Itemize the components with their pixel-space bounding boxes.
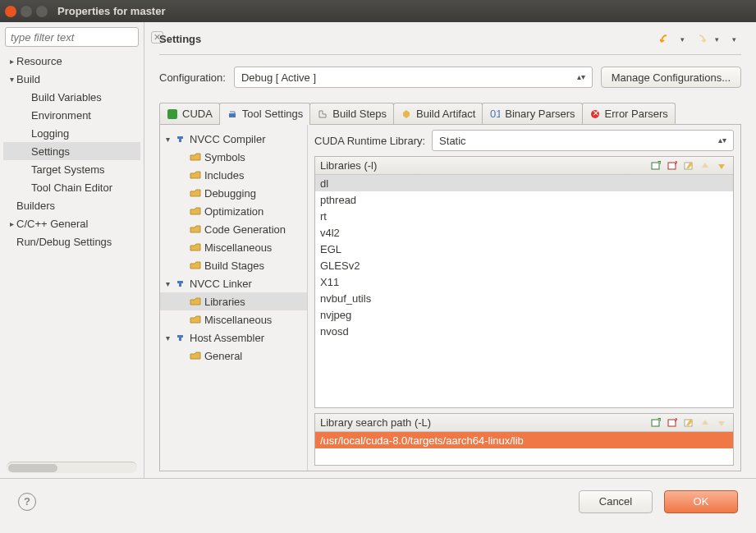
list-item[interactable]: nvbuf_utils [315,290,733,306]
tooltree-item[interactable]: Optimization [160,202,307,220]
filter-box[interactable]: ✕ [5,27,139,47]
configuration-label: Configuration: [159,71,226,84]
folder-icon [189,260,202,271]
edit-icon[interactable] [682,416,695,430]
sidebar-item[interactable]: ▾Build [3,70,140,88]
sidebar-item[interactable]: Builders [3,196,140,214]
list-item[interactable]: pthread [315,191,733,208]
forward-icon [693,32,707,46]
tree-label: Target Systems [31,163,105,176]
configuration-select[interactable]: Debug [ Active ] ▴▾ [234,67,593,88]
tab-binary-parsers[interactable]: 010Binary Parsers [482,103,582,124]
svg-text:×: × [674,161,677,168]
tooltree-item[interactable]: Miscellaneous [160,310,307,329]
page-title: Settings [159,33,201,45]
sidebar-item[interactable]: ▸C/C++ General [3,214,140,232]
list-item[interactable]: /usr/local/cuda-8.0/targets/aarch64-linu… [315,432,733,448]
tooltree-item[interactable]: ▾Host Assembler [160,329,307,347]
category-tree[interactable]: ▸Resource▾BuildBuild VariablesEnvironmen… [3,52,140,462]
tool-icon [174,133,187,145]
list-item[interactable]: nvjpeg [315,306,733,323]
window-title: Properties for master [57,5,166,17]
libraries-title: Libraries (-l) [320,159,646,172]
add-icon[interactable]: + [649,416,662,430]
list-item[interactable]: X11 [315,273,733,290]
tooltree-item[interactable]: Code Generation [160,220,307,238]
libpath-body[interactable]: /usr/local/cuda-8.0/targets/aarch64-linu… [315,432,733,448]
tab-build-artifact[interactable]: Build Artifact [393,103,483,124]
folder-icon [189,223,202,235]
svg-rect-0 [167,109,177,119]
tree-label: Builders [16,200,55,212]
forward-menu-icon[interactable]: ▾ [710,32,724,46]
title-bar: Properties for master [0,0,756,22]
back-menu-icon[interactable]: ▾ [676,32,690,46]
tool-icon [174,278,187,289]
close-icon[interactable] [5,6,16,17]
move-down-icon[interactable] [715,416,728,430]
tooltree-item[interactable]: General [160,347,307,365]
sidebar-item[interactable]: Logging [3,124,140,142]
tooltree-item[interactable]: Libraries [160,292,307,310]
settings-tabs[interactable]: CUDATool SettingsBuild StepsBuild Artifa… [159,103,741,125]
svg-text:010: 010 [490,109,500,119]
minimize-icon[interactable] [21,6,32,17]
tree-label: Environment [31,109,91,122]
tab-cuda[interactable]: CUDA [159,103,220,124]
tooltree-item[interactable]: Debugging [160,184,307,202]
tab-build-steps[interactable]: Build Steps [309,103,394,124]
list-item[interactable]: EGL [315,241,733,257]
runtime-select[interactable]: Static ▴▾ [432,130,734,151]
list-item[interactable]: dl [315,175,733,191]
folder-icon [189,187,202,199]
libraries-list: Libraries (-l) + × dlpthreadrtv4l2EGLGLE… [314,156,734,408]
list-item[interactable]: nvosd [315,323,733,339]
folder-icon [189,151,202,163]
tooltree-item[interactable]: ▾NVCC Compiler [160,130,307,148]
ok-button[interactable]: OK [664,490,738,513]
folder-icon [189,314,202,325]
sidebar-item[interactable]: Run/Debug Settings [3,232,140,250]
sidebar-item[interactable]: Environment [3,106,140,124]
folder-icon [189,205,202,217]
list-item[interactable]: rt [315,208,733,224]
menu-icon[interactable]: ▾ [727,32,741,46]
tree-label: Tool Chain Editor [31,181,112,194]
tooltree-item[interactable]: Includes [160,166,307,184]
svg-text:+: + [657,161,661,168]
tooltree-item[interactable]: Miscellaneous [160,238,307,256]
tooltree-item[interactable]: ▾NVCC Linker [160,274,307,292]
sidebar-item[interactable]: ▸Resource [3,52,140,70]
remove-icon[interactable]: × [666,416,679,430]
list-item[interactable]: v4l2 [315,224,733,241]
help-icon[interactable]: ? [18,493,36,511]
move-down-icon[interactable] [715,159,728,172]
move-up-icon[interactable] [699,416,712,430]
tab-error-parsers[interactable]: ×Error Parsers [582,103,676,124]
tool-tree[interactable]: ▾NVCC CompilerSymbolsIncludesDebuggingOp… [160,125,308,471]
list-item[interactable]: GLESv2 [315,257,733,273]
tooltree-item[interactable]: Symbols [160,148,307,166]
move-up-icon[interactable] [699,159,712,172]
filter-input[interactable] [9,30,151,44]
folder-icon [189,241,202,253]
sidebar-item[interactable]: Settings [3,142,140,160]
tab-tool-settings[interactable]: Tool Settings [219,103,310,124]
back-icon[interactable] [658,32,672,46]
remove-icon[interactable]: × [666,159,679,172]
cancel-button[interactable]: Cancel [579,490,653,513]
libpath-list: Library search path (-L) + × /usr/local/… [314,413,734,466]
libraries-body[interactable]: dlpthreadrtv4l2EGLGLESv2X11nvbuf_utilsnv… [315,175,733,339]
manage-config-button[interactable]: Manage Configurations... [601,67,741,88]
maximize-icon[interactable] [36,6,48,17]
tree-label: Build Variables [31,91,102,103]
sidebar-item[interactable]: Build Variables [3,88,140,106]
add-icon[interactable]: + [649,159,662,172]
sidebar-scrollbar[interactable] [7,462,137,473]
tooltree-item[interactable]: Build Stages [160,256,307,274]
tab-icon: × [589,108,601,120]
sidebar-item[interactable]: Tool Chain Editor [3,178,140,196]
edit-icon[interactable] [682,159,695,172]
svg-text:×: × [674,418,677,425]
sidebar-item[interactable]: Target Systems [3,160,140,178]
